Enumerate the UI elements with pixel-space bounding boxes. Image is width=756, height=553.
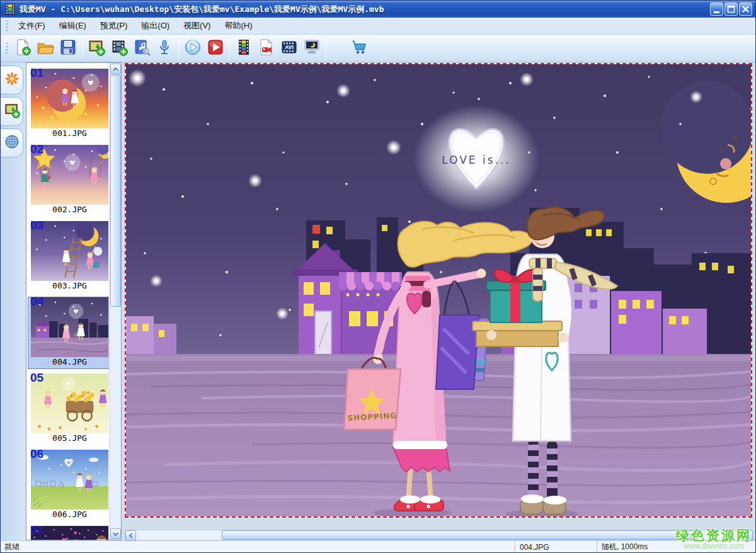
filmstrip-export-icon — [235, 38, 253, 59]
filmstrip-icon — [4, 3, 16, 16]
thumbnail-item-1[interactable]: 01001.JPG — [28, 69, 109, 140]
menu-item-3[interactable]: 输出(O) — [134, 18, 176, 34]
toolbar-button-screensaver-export[interactable] — [301, 37, 323, 60]
record-audio-icon — [156, 38, 173, 59]
thumbnail-item-3[interactable]: 03003.JPG — [28, 221, 109, 292]
toolbar-button-add-video[interactable] — [108, 37, 130, 60]
menu-item-4[interactable]: 视图(V) — [176, 18, 217, 34]
toolbar-button-preview-play[interactable] — [181, 37, 204, 60]
toolbar-button-record-audio[interactable] — [153, 37, 176, 60]
preview-area: LOVE is... — [122, 62, 755, 540]
add-video-icon — [110, 38, 128, 59]
statusbar: 就绪 004.JPG 随机, 1000ms — [1, 540, 755, 553]
toolbar: AVI — [1, 35, 755, 62]
resize-grip[interactable] — [753, 541, 755, 553]
settings-gear-icon — [4, 71, 20, 89]
thumbnail-filename: 001.JPG — [30, 128, 109, 140]
thumbnail-number: 02 — [30, 142, 43, 156]
preview-canvas: LOVE is... — [125, 63, 752, 518]
maximize-button[interactable] — [724, 3, 738, 16]
thumbnail-item-5[interactable]: 05005.JPG — [28, 373, 109, 445]
menu-item-5[interactable]: 帮助(H) — [217, 18, 259, 34]
new-file-icon — [14, 38, 32, 59]
heart-caption: LOVE is... — [442, 154, 511, 166]
scroll-left-button[interactable] — [125, 530, 136, 541]
side-tab-settings-gear[interactable] — [1, 66, 23, 94]
thumbnail-number: 06 — [30, 447, 43, 461]
save-project-icon — [59, 38, 77, 59]
menu-item-1[interactable]: 编辑(E) — [52, 18, 93, 34]
toolbar-button-open-project[interactable] — [34, 37, 57, 60]
screensaver-export-icon — [303, 38, 321, 59]
thumbnail-number: 04 — [30, 295, 43, 309]
add-image-icon — [88, 38, 105, 59]
web-globe-icon — [4, 134, 20, 152]
shopping-bag: SHOPPING — [344, 358, 401, 430]
toolbar-separator — [82, 39, 83, 58]
menubar: 文件(F)编辑(E)预览(P)输出(O)视图(V)帮助(H) — [1, 18, 755, 35]
scroll-down-button[interactable] — [110, 528, 121, 539]
h-scrollbar-thumb[interactable] — [222, 530, 697, 540]
love-heart: LOVE is... — [413, 105, 539, 212]
thumbnail-number: 03 — [30, 219, 43, 232]
thumbnail-filename: 005.JPG — [30, 433, 109, 445]
toolbar-button-avi-export[interactable]: AVI — [278, 37, 301, 60]
toolbar-button-fullscreen-play[interactable] — [204, 37, 227, 60]
toolbar-separator — [229, 39, 230, 58]
toolbar-button-new-file[interactable] — [11, 37, 34, 60]
thumbnail-list: 01001.JPG 02002.JPG 03003.JPG 04004.JPG … — [26, 63, 109, 540]
minimize-button[interactable] — [710, 3, 723, 16]
side-tab-strip — [1, 62, 26, 540]
scroll-up-button[interactable] — [110, 64, 121, 74]
toolbar-button-save-project[interactable] — [57, 37, 79, 60]
toolbar-button-filmstrip-export[interactable] — [232, 37, 255, 60]
add-picture-icon — [4, 102, 20, 121]
thumbnail-panel: 01001.JPG 02002.JPG 03003.JPG 04004.JPG … — [26, 62, 122, 540]
thumbnail-item-4-selected[interactable]: 04004.JPG — [28, 297, 109, 368]
toolbar-button-add-image[interactable] — [85, 37, 108, 60]
thumbnail-filename: 006.JPG — [30, 510, 109, 521]
side-tab-add-picture[interactable] — [1, 97, 23, 126]
avi-export-icon: AVI — [280, 38, 298, 59]
video-export-icon — [258, 38, 275, 59]
toolbar-separator — [326, 39, 326, 58]
thumbnail-filename: 002.JPG — [30, 205, 109, 216]
toolbar-drag-handle[interactable] — [6, 43, 8, 54]
toolbar-button-video-export[interactable] — [255, 37, 278, 60]
status-ready: 就绪 — [1, 542, 515, 552]
close-button[interactable] — [739, 3, 752, 16]
scrollbar-thumb[interactable] — [110, 75, 121, 307]
menubar-drag-handle[interactable] — [6, 20, 8, 31]
scroll-right-button[interactable] — [742, 530, 753, 541]
thumbnail-item-2[interactable]: 02002.JPG — [28, 145, 109, 216]
thumbnail-number: 07 — [30, 523, 43, 537]
titlebar[interactable]: 我爱MV - C:\Users\wuhan\Desktop\安装包\我爱mv\E… — [1, 1, 755, 18]
toolbar-separator — [178, 39, 179, 58]
music-library-icon — [133, 38, 151, 59]
svg-text:AVI: AVI — [285, 44, 294, 50]
status-current-file: 004.JPG — [515, 541, 597, 553]
thumbnail-number: 01 — [30, 66, 43, 80]
thumbnail-scrollbar[interactable] — [109, 63, 121, 540]
thumbnail-filename: 004.JPG — [30, 357, 109, 368]
buy-online-icon — [352, 38, 369, 59]
thumbnail-filename: 003.JPG — [30, 281, 109, 292]
status-playback-mode: 随机, 1000ms — [597, 541, 753, 553]
thumbnail-item-7[interactable]: 07 — [28, 526, 109, 540]
preview-h-scrollbar[interactable] — [125, 530, 753, 540]
open-project-icon — [37, 38, 54, 59]
slide-artwork: LOVE is... — [126, 64, 751, 516]
side-tab-web-globe[interactable] — [1, 128, 23, 157]
menu-item-2[interactable]: 预览(P) — [93, 18, 134, 34]
toolbar-button-music-library[interactable] — [130, 37, 153, 60]
preview-play-icon — [184, 38, 202, 59]
thumbnail-item-6[interactable]: 06006.JPG — [28, 450, 109, 521]
fullscreen-play-icon — [207, 38, 224, 59]
app-window: 我爱MV - C:\Users\wuhan\Desktop\安装包\我爱mv\E… — [0, 0, 756, 553]
thumbnail-number: 05 — [30, 371, 43, 385]
menu-item-0[interactable]: 文件(F) — [11, 18, 52, 34]
window-title: 我爱MV - C:\Users\wuhan\Desktop\安装包\我爱mv\E… — [20, 4, 709, 15]
toolbar-button-buy-online[interactable] — [349, 37, 372, 60]
